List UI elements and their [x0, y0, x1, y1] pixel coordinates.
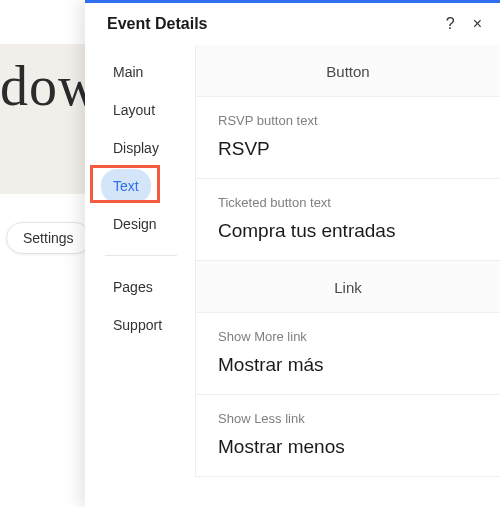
field-value: Mostrar más — [218, 354, 478, 376]
sidebar-item-text[interactable]: Text — [101, 169, 151, 203]
sidebar-item-support[interactable]: Support — [101, 308, 174, 342]
field-ticketed-button-text[interactable]: Ticketed button text Compra tus entradas — [195, 179, 500, 261]
sidebar-item-display[interactable]: Display — [101, 131, 171, 165]
field-show-more-link[interactable]: Show More link Mostrar más — [195, 313, 500, 395]
content-scroll: Button RSVP button text RSVP Ticketed bu… — [195, 45, 500, 507]
field-rsvp-button-text[interactable]: RSVP button text RSVP — [195, 97, 500, 179]
panel-header-actions: ? × — [446, 16, 482, 32]
close-icon[interactable]: × — [473, 16, 482, 32]
field-label: Show Less link — [218, 411, 478, 426]
sidebar-item-design[interactable]: Design — [101, 207, 169, 241]
panel-header: Event Details ? × — [85, 3, 500, 45]
panel-body: Main Layout Display Text Design Pages Su… — [85, 45, 500, 507]
sidebar-item-pages[interactable]: Pages — [101, 270, 165, 304]
section-header-button: Button — [195, 45, 500, 97]
field-value: Compra tus entradas — [218, 220, 478, 242]
field-value: RSVP — [218, 138, 478, 160]
field-label: Ticketed button text — [218, 195, 478, 210]
event-details-panel: Event Details ? × Main Layout Display Te… — [85, 0, 500, 507]
field-label: RSVP button text — [218, 113, 478, 128]
field-show-less-link[interactable]: Show Less link Mostrar menos — [195, 395, 500, 477]
panel-title: Event Details — [107, 15, 207, 33]
field-value: Mostrar menos — [218, 436, 478, 458]
content-area: Button RSVP button text RSVP Ticketed bu… — [195, 45, 500, 507]
sidebar-item-layout[interactable]: Layout — [101, 93, 167, 127]
sidebar-item-main[interactable]: Main — [101, 55, 155, 89]
sidebar: Main Layout Display Text Design Pages Su… — [85, 45, 195, 507]
settings-button[interactable]: Settings — [6, 222, 91, 254]
help-icon[interactable]: ? — [446, 16, 455, 32]
section-header-link: Link — [195, 261, 500, 313]
field-label: Show More link — [218, 329, 478, 344]
sidebar-divider — [105, 255, 177, 256]
